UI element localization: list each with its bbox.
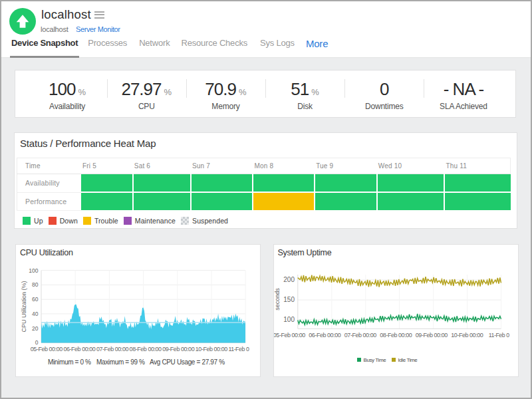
- svg-text:100: 100: [29, 267, 38, 274]
- svg-text:10-Feb 00:00: 10-Feb 00:00: [451, 332, 483, 338]
- svg-text:80: 80: [32, 281, 39, 288]
- svg-text:08-Feb 00:00: 08-Feb 00:00: [130, 346, 162, 352]
- svg-text:100: 100: [283, 316, 295, 323]
- svg-text:200: 200: [283, 276, 295, 283]
- svg-text:seconds: seconds: [274, 288, 281, 311]
- svg-text:09-Feb 00:00: 09-Feb 00:00: [162, 346, 194, 352]
- svg-text:20: 20: [32, 325, 39, 332]
- svg-text:150: 150: [283, 296, 295, 303]
- svg-text:07-Feb 00:00: 07-Feb 00:00: [96, 346, 128, 352]
- svg-text:CPU Utilization (%): CPU Utilization (%): [21, 281, 27, 332]
- svg-text:05-Feb 00:00: 05-Feb 00:00: [273, 332, 305, 338]
- svg-text:08-Feb 00:00: 08-Feb 00:00: [380, 332, 412, 338]
- svg-text:60: 60: [32, 296, 39, 303]
- svg-text:40: 40: [32, 311, 39, 317]
- svg-text:09-Feb 00:00: 09-Feb 00:00: [415, 332, 447, 338]
- svg-text:06-Feb 00:00: 06-Feb 00:00: [309, 332, 340, 338]
- svg-text:11-Feb 0: 11-Feb 0: [488, 332, 509, 338]
- svg-text:05-Feb 00:00: 05-Feb 00:00: [31, 346, 63, 352]
- svg-text:11-Feb 0: 11-Feb 0: [228, 346, 249, 352]
- svg-text:0: 0: [35, 339, 39, 346]
- svg-text:07-Feb 00:00: 07-Feb 00:00: [344, 332, 376, 338]
- svg-text:10-Feb 00:00: 10-Feb 00:00: [196, 346, 227, 352]
- svg-text:06-Feb 00:00: 06-Feb 00:00: [63, 346, 95, 352]
